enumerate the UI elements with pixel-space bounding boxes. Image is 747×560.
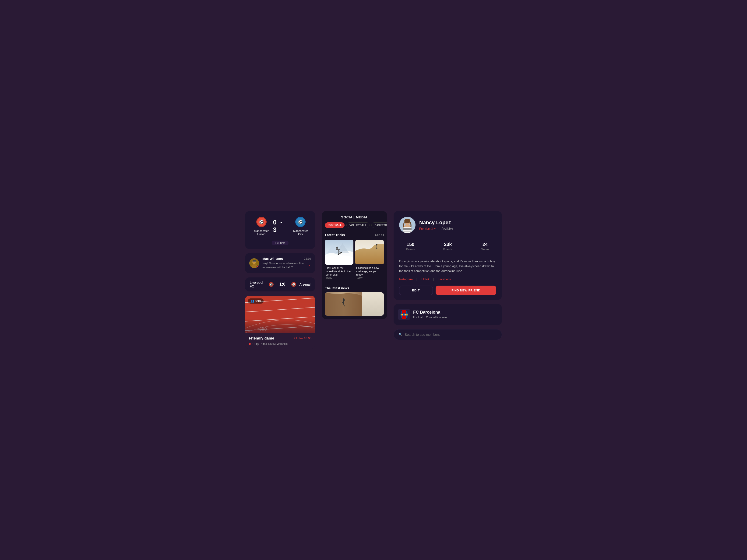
svg-point-54	[404, 219, 410, 223]
friends-label: Friends	[443, 248, 453, 251]
edit-button[interactable]: EDIT	[399, 286, 433, 295]
tab-football[interactable]: FOOTBALL	[325, 222, 344, 228]
stats-row: 150 Events 23k Friends 24 Teams	[399, 238, 496, 255]
premium-badge: Premium 3 lvl	[419, 227, 436, 230]
social-header: SOCIAL MEDIA	[322, 211, 387, 222]
event-title-row: Friendly game 21 Jan 18:00	[249, 336, 311, 341]
event-date: 21 Jan 18:00	[294, 337, 311, 340]
stat-friends: 23k Friends	[443, 242, 453, 251]
online-indicator	[257, 266, 259, 268]
club-card[interactable]: FCB FC Barcelona Football Competition le…	[393, 304, 502, 325]
available-badge: Available	[442, 227, 453, 230]
tricks-section-header: Latest Tricks See all	[322, 231, 387, 239]
profile-card: Nancy Lopez Premium 3 lvl | Available 15…	[393, 211, 502, 300]
team2-block: ⚽ Manchester City	[290, 216, 310, 236]
svg-text:FCB: FCB	[403, 314, 406, 316]
news-section: The latest news	[322, 285, 387, 319]
trick2-caption: I'm launching a new challenge, are you r…	[355, 265, 384, 277]
left-column: ⚽ Manchester United 0 - 3 ⚽	[245, 211, 315, 349]
search-input-wrapper[interactable]: 🔍	[393, 329, 502, 340]
facebook-link[interactable]: Facebook	[438, 277, 451, 281]
club-level: Competition level	[426, 316, 447, 319]
match-teams: ⚽ Manchester United 0 - 3 ⚽	[250, 216, 310, 236]
trick1-caption: Hey, look at my incredible tricks in the…	[325, 265, 354, 277]
trick-image-ski	[325, 239, 354, 265]
friends-count: 23k	[443, 242, 453, 247]
sport-tabs: FOOTBALL VOLLEYBALL BASKETBALL HANDBALL	[322, 222, 387, 231]
sender-name: Max Williams	[262, 257, 283, 261]
trick-image-desert	[355, 239, 384, 265]
svg-rect-21	[245, 319, 315, 333]
trick1-date: Today	[325, 277, 354, 281]
profile-badges: Premium 3 lvl | Available	[419, 227, 496, 230]
live-score-text: 1:0	[277, 282, 288, 287]
club-name: FC Barcelona	[413, 310, 447, 315]
svg-rect-56	[403, 228, 412, 229]
message-content: Max Williams 22:10 Hey! Do you know wher…	[262, 257, 311, 269]
badge-divider: |	[439, 227, 439, 230]
match-score-card: ⚽ Manchester United 0 - 3 ⚽	[245, 211, 315, 249]
svg-rect-57	[403, 229, 412, 230]
club-header: FCB FC Barcelona Football Competition le…	[398, 309, 497, 320]
svg-rect-10	[253, 260, 256, 261]
link-divider-2: |	[433, 277, 434, 281]
profile-avatar	[399, 217, 415, 233]
event-info: Friendly game 21 Jan 18:00 13 by Puma 13…	[245, 333, 315, 349]
main-container: ⚽ Manchester United 0 - 3 ⚽	[245, 211, 502, 349]
news-image	[325, 292, 384, 316]
link-divider-1: |	[416, 277, 417, 281]
search-container: 🔍	[393, 329, 502, 340]
team1-block: ⚽ Manchester United	[250, 216, 273, 236]
svg-point-36	[376, 244, 378, 245]
team2-logo: ⚽	[295, 216, 306, 228]
tab-basketball[interactable]: BASKETBALL	[371, 222, 387, 228]
event-participants: 👥 6/10	[248, 298, 263, 303]
stat-events: 150 Events	[406, 242, 415, 251]
search-input[interactable]	[405, 333, 497, 337]
stat-divider-1	[429, 242, 429, 251]
live-team1-name: Liverpool FC	[250, 281, 265, 288]
tricks-title: Latest Tricks	[325, 233, 345, 237]
event-title: Friendly game	[249, 336, 274, 341]
tiktok-link[interactable]: TikTok	[421, 277, 430, 281]
check-icon: ✓	[308, 264, 311, 267]
middle-column: SOCIAL MEDIA FOOTBALL VOLLEYBALL BASKETB…	[322, 211, 387, 319]
score-block: 0 - 3	[273, 219, 290, 234]
sender-avatar	[249, 258, 259, 268]
tricks-grid: Hey, look at my incredible tricks in the…	[322, 239, 387, 285]
message-text: Hey! Do you know where our final tournam…	[262, 262, 307, 269]
profile-name: Nancy Lopez	[419, 219, 496, 225]
svg-text:⚽: ⚽	[298, 220, 303, 224]
search-icon: 🔍	[398, 333, 403, 337]
instagram-link[interactable]: Instagram	[399, 277, 413, 281]
match-footer: Full Time	[250, 239, 310, 245]
social-links: Instagram | TikTok | Facebook	[399, 277, 496, 281]
team2-name: Manchester City	[290, 229, 310, 236]
club-meta: Football Competition level	[413, 316, 447, 319]
participants-icon: 👥	[251, 299, 254, 303]
teams-count: 24	[481, 242, 489, 247]
see-all-button[interactable]: See all	[375, 233, 384, 237]
find-friend-button[interactable]: FIND NEW FRIEND	[436, 286, 496, 295]
message-header: Max Williams 22:10	[262, 257, 311, 261]
live-score-card: Liverpool FC ⚽ 1:0 ⚽ Arsenal	[245, 277, 315, 291]
news-title: The latest news	[325, 286, 384, 290]
profile-info: Nancy Lopez Premium 3 lvl | Available	[419, 219, 496, 230]
location-icon	[249, 343, 251, 345]
svg-text:⚽: ⚽	[259, 220, 264, 224]
event-location: 13 by Puma 13013 Marseille	[249, 342, 311, 346]
stat-teams: 24 Teams	[481, 242, 489, 251]
events-label: Events	[406, 248, 415, 251]
location-text: 13 by Puma 13013 Marseille	[252, 342, 288, 346]
svg-rect-58	[403, 231, 412, 232]
event-card[interactable]: 300 👥 6/10 Friendly	[245, 296, 315, 349]
trick-item-ski[interactable]: Hey, look at my incredible tricks in the…	[325, 239, 354, 281]
trick-item-desert[interactable]: I'm launching a new challenge, are you r…	[355, 239, 384, 281]
message-time: 22:10	[304, 257, 311, 260]
tab-volleyball[interactable]: VOLLEYBALL	[346, 222, 369, 228]
club-logo: FCB	[398, 309, 410, 320]
event-image: 300 👥 6/10	[245, 296, 315, 333]
profile-header: Nancy Lopez Premium 3 lvl | Available	[399, 217, 496, 233]
events-count: 150	[406, 242, 415, 247]
message-card[interactable]: Max Williams 22:10 Hey! Do you know wher…	[245, 253, 315, 273]
